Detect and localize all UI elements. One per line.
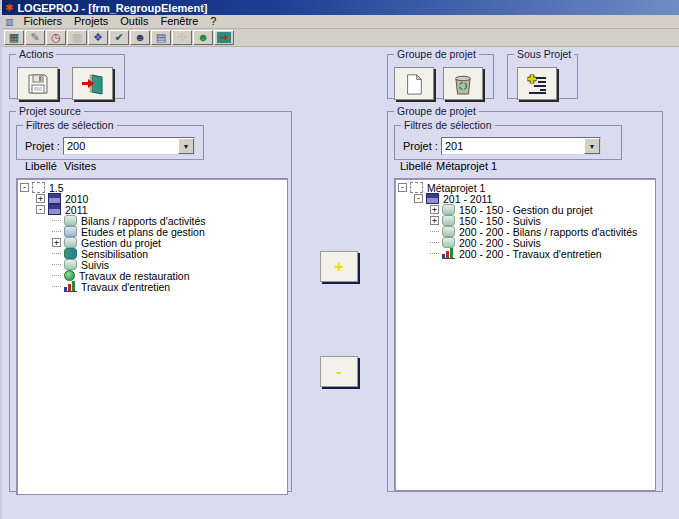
toolbar-button-person[interactable]: ☻ [193,30,213,45]
tree-indent [398,215,414,226]
remove-from-group-button[interactable]: - [320,356,358,387]
target-column-metaprojet: Métaprojet 1 [436,160,497,172]
tree-indent [398,204,414,215]
toolbar-button-tool-disabled[interactable]: ✣ [172,30,192,45]
menu-bar-items: FichiersProjetsOutilsFenêtre? [18,15,223,28]
list-icon: ▤ [156,32,166,43]
menu-fichiers[interactable]: Fichiers [18,15,69,28]
tree-indent [20,204,36,215]
toolbar-button-network[interactable]: ❖ [88,30,108,45]
tree-item-label: 1.5 [48,182,64,194]
tree-row[interactable]: 200 - 200 - Suivis [398,237,655,248]
menu-outils[interactable]: Outils [114,15,154,28]
tree-indent [36,281,52,292]
activity-icon [442,204,455,215]
tree-row[interactable]: Etudes et plans de gestion [20,226,287,237]
menu-fenetre[interactable]: Fenêtre [154,15,204,28]
collapse-expander[interactable]: - [36,205,45,214]
dropdown-arrow-icon[interactable]: ▼ [178,138,194,154]
toolbar: ▦✎◷▦❖✔☻▤✣☻➜ [2,29,679,47]
activity-icon [442,226,455,237]
trash-icon [451,72,475,96]
menu-projets[interactable]: Projets [68,15,114,28]
add-to-group-button[interactable]: + [320,251,358,282]
toolbar-button-list[interactable]: ▤ [151,30,171,45]
tree-indent [36,270,52,281]
tree-row[interactable]: 200 - 200 - Travaux d'entretien [398,248,655,259]
tree-connector [52,231,61,233]
tree-indent [414,215,430,226]
tree-indent [398,237,414,248]
source-tree[interactable]: -1.5+2010-2011Bilans / rapports d'activi… [16,178,288,495]
tree-row[interactable]: +2010 [20,193,287,204]
target-panel: Groupe de projet Filtres de sélection Pr… [387,106,663,492]
project-icon [426,193,439,204]
tree-indent [36,248,52,259]
dropdown-arrow-icon[interactable]: ▼ [584,138,600,154]
tree-row[interactable]: Bilans / rapports d'activités [20,215,287,226]
toolbar-button-user[interactable]: ☻ [130,30,150,45]
tree-indent [36,259,52,270]
tree-row[interactable]: +150 - 150 - Gestion du projet [398,204,655,215]
tree-indent [398,248,414,259]
tree-row[interactable]: -1.5 [20,182,287,193]
collapse-expander[interactable]: - [20,183,29,192]
tree-indent [414,226,430,237]
person-icon: ☻ [197,32,209,43]
tree-indent [20,270,36,281]
toolbar-button-exit[interactable]: ➜ [214,30,234,45]
expand-expander[interactable]: + [36,194,45,203]
toolbar-button-grid-disabled[interactable]: ▦ [67,30,87,45]
save-button[interactable] [17,67,58,100]
tree-indent [414,248,430,259]
target-project-combobox[interactable]: 201 ▼ [441,137,601,155]
tree-indent [20,193,36,204]
tree-row[interactable]: +Gestion du projet [20,237,287,248]
collapse-expander[interactable]: - [398,183,407,192]
toolbar-button-clock[interactable]: ◷ [46,30,66,45]
tree-item-label: Travaux d'entretien [80,281,170,293]
tree-item-label: 200 - 200 - Travaux d'entretien [458,248,602,260]
expand-expander[interactable]: + [430,216,439,225]
tree-indent [36,237,52,248]
tree-row[interactable]: Travaux de restauration [20,270,287,281]
toolbar-button-edit[interactable]: ✎ [25,30,45,45]
source-project-label: Projet : [25,140,60,152]
menu-help[interactable]: ? [204,15,222,28]
tree-indent [398,226,414,237]
child-window-icon[interactable]: ▥ [5,17,14,27]
tree-row[interactable]: +150 - 150 - Suivis [398,215,655,226]
activity-icon [442,215,455,226]
expand-expander[interactable]: + [430,205,439,214]
tree-row[interactable]: -Métaprojet 1 [398,182,655,193]
tree-indent [20,281,36,292]
source-column-libelle: Libellé [25,160,57,172]
source-filters-panel: Filtres de sélection Projet : 200 ▼ [16,120,204,160]
group-actions-title: Groupe de projet [394,49,479,59]
tree-row[interactable]: Sensibilisation [20,248,287,259]
toolbar-button-validate[interactable]: ✔ [109,30,129,45]
exit-door-icon: ➜ [217,32,230,43]
form-icon [32,182,45,193]
tree-row[interactable]: Suivis [20,259,287,270]
toolbar-button-table[interactable]: ▦ [4,30,24,45]
expand-expander[interactable]: + [52,238,61,247]
new-group-button[interactable] [394,67,434,100]
add-subproject-button[interactable] [517,67,557,100]
tree-indent [20,259,36,270]
collapse-expander[interactable]: - [414,194,423,203]
target-project-label: Projet : [403,140,438,152]
tree-row[interactable]: -2011 [20,204,287,215]
source-project-combobox[interactable]: 200 ▼ [63,137,195,155]
awareness-icon [64,248,77,259]
delete-group-button[interactable] [443,67,483,100]
subproject-panel: Sous Projet [507,49,578,99]
floppy-disk-icon [26,72,50,96]
target-tree[interactable]: -Métaprojet 1-201 - 2011+150 - 150 - Ges… [394,178,656,491]
tree-row[interactable]: -201 - 2011 [398,193,655,204]
exit-button[interactable] [72,67,113,100]
actions-panel: Actions [9,49,125,99]
tree-row[interactable]: Travaux d'entretien [20,281,287,292]
tree-row[interactable]: 200 - 200 - Bilans / rapports d'activité… [398,226,655,237]
tree-indent [20,237,36,248]
